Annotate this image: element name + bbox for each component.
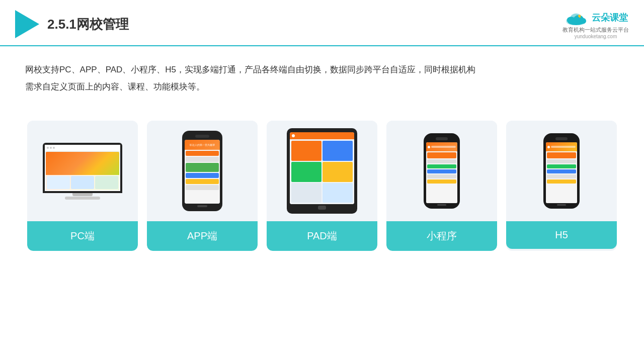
miniapp-body — [426, 151, 457, 203]
h5-header — [546, 142, 577, 151]
mrow1 — [427, 152, 456, 158]
h5-notch — [555, 137, 568, 140]
card-h5-image — [506, 121, 617, 221]
description-line2: 需求自定义页面上的内容、课程、功能模块等。 — [25, 78, 619, 96]
header-left: 2.5.1网校管理 — [15, 10, 129, 38]
card-miniapp-image — [386, 121, 497, 221]
phone-screen-body — [185, 150, 220, 204]
tcell3 — [291, 162, 321, 182]
card-pad-image — [267, 121, 377, 221]
h5-home — [557, 204, 566, 206]
h5row5 — [547, 174, 576, 178]
card-pc-image — [27, 121, 138, 221]
tcell2 — [323, 141, 353, 161]
card-h5: H5 — [506, 121, 617, 251]
miniapp-phone — [424, 133, 460, 209]
pc-mockup — [43, 143, 122, 200]
card-pc-label: PC端 — [27, 221, 138, 251]
pc-dot1 — [47, 147, 49, 149]
platform-cards: PC端 职达人的第一堂兴趣课 A — [0, 106, 644, 251]
mrow3 — [427, 164, 456, 168]
h5row4 — [547, 169, 576, 173]
tablet-body — [290, 139, 354, 204]
card-pad-label: PAD端 — [267, 221, 377, 251]
header: 2.5.1网校管理 云朵课堂 教育机构一站式服务云平台 yunduoketang… — [0, 0, 644, 46]
tcell5 — [291, 183, 321, 203]
pc-topbar — [45, 145, 120, 151]
svg-point-6 — [568, 19, 584, 25]
pc-card3 — [95, 176, 118, 189]
pc-screen-outer — [43, 143, 122, 193]
mrow4 — [427, 169, 456, 173]
row5 — [186, 179, 219, 184]
app-phone-mockup: 职达人的第一堂兴趣课 — [182, 131, 222, 211]
card-app-label: APP端 — [147, 221, 258, 251]
h5-dot — [547, 146, 550, 148]
card-miniapp: 小程序 — [386, 121, 497, 251]
mrow6 — [427, 179, 456, 184]
row1 — [186, 151, 219, 156]
brand-logo: 云朵课堂 教育机构一站式服务云平台 yunduoketang.com — [562, 9, 629, 39]
phone-screen: 职达人的第一堂兴趣课 — [185, 140, 220, 204]
description-line1: 网校支持PC、APP、PAD、小程序、H5，实现多端打通，产品各终端自由切换，数… — [25, 61, 619, 78]
pc-dot3 — [53, 147, 55, 149]
miniapp-screen — [426, 142, 457, 203]
card-app-image: 职达人的第一堂兴趣课 — [147, 121, 258, 221]
card-pad: PAD端 — [267, 121, 377, 251]
h5-bar — [551, 146, 576, 148]
h5row2 — [547, 159, 576, 163]
h5row1 — [547, 152, 576, 158]
h5row3 — [547, 164, 576, 168]
mini-bar — [431, 146, 456, 148]
mrow5 — [427, 174, 456, 178]
card-miniapp-label: 小程序 — [386, 221, 497, 251]
phone-notch — [195, 135, 209, 138]
row2 — [186, 157, 219, 162]
tablet-dot — [292, 134, 295, 137]
card-app: 职达人的第一堂兴趣课 APP端 — [147, 121, 258, 251]
cloud-logo: 云朵课堂 — [564, 9, 628, 26]
pc-stand — [72, 193, 93, 196]
brand-url: yunduoketang.com — [575, 34, 617, 39]
pc-dot2 — [50, 147, 52, 149]
miniapp-home — [437, 204, 446, 206]
row6 — [186, 185, 219, 190]
h5-screen — [546, 142, 577, 203]
tcell4 — [323, 162, 353, 182]
miniapp-header — [426, 142, 457, 151]
card-h5-label: H5 — [506, 221, 617, 249]
pc-screen-content — [45, 145, 120, 191]
pc-card1 — [47, 176, 70, 189]
tablet-topbar — [290, 132, 354, 139]
brand-name: 云朵课堂 — [592, 12, 628, 24]
tcell1 — [291, 141, 321, 161]
pc-card2 — [71, 176, 94, 189]
row4 — [186, 173, 219, 178]
logo-triangle-icon — [15, 10, 39, 38]
cloud-icon — [564, 9, 589, 26]
mrow2 — [427, 159, 456, 163]
brand-tagline: 教育机构一站式服务云平台 — [562, 26, 629, 34]
h5-phone — [543, 133, 580, 209]
pc-base — [65, 197, 100, 200]
h5row6 — [547, 179, 576, 184]
pc-main-overlay — [46, 175, 119, 190]
card-pc: PC端 — [27, 121, 138, 251]
pc-main-area — [46, 152, 119, 190]
tablet-home-btn — [318, 206, 326, 210]
tablet-mockup — [287, 128, 357, 214]
row3 — [186, 163, 219, 172]
page-title: 2.5.1网校管理 — [47, 16, 129, 33]
miniapp-notch — [436, 137, 448, 140]
tcell6 — [323, 183, 353, 203]
description: 网校支持PC、APP、PAD、小程序、H5，实现多端打通，产品各终端自由切换，数… — [0, 46, 644, 101]
tablet-screen — [290, 132, 354, 204]
phone-home — [197, 205, 207, 207]
mini-dot — [428, 146, 430, 148]
phone-screen-top: 职达人的第一堂兴趣课 — [185, 140, 220, 150]
h5-body — [546, 151, 577, 203]
